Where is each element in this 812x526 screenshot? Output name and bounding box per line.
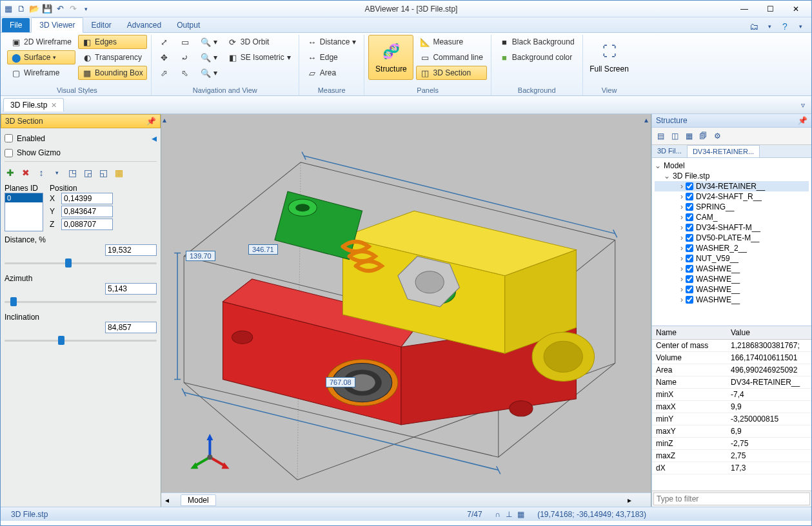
tree-check[interactable]	[686, 203, 693, 211]
style-dd-icon[interactable]: ▾	[764, 21, 775, 32]
stico-4[interactable]: 🗐	[697, 130, 709, 142]
tree-item[interactable]: › WASHWE__	[655, 284, 809, 295]
viewport-3d[interactable]: 139.70 346.71 767.08 ▴ ▴ ◂ Model ▸	[161, 114, 651, 507]
input-y[interactable]	[61, 206, 113, 217]
chevron-right-icon[interactable]: ›	[680, 295, 683, 304]
tree-check[interactable]	[686, 193, 693, 200]
qat-undo-icon[interactable]: ↶	[55, 4, 65, 14]
qat-dropdown-icon[interactable]: ▾	[81, 4, 91, 14]
btn-2d-wireframe[interactable]: ▣2D Wireframe	[7, 35, 75, 49]
tree-check[interactable]	[686, 234, 693, 242]
stico-3[interactable]: ▦	[683, 130, 695, 142]
struct-tab-part[interactable]: DV34-RETAINER...	[687, 145, 760, 157]
chevron-right-icon[interactable]: ›	[680, 275, 683, 284]
tree-item[interactable]: › WASHWE__	[655, 274, 809, 284]
input-azimuth[interactable]	[105, 283, 157, 295]
btn-bounding-box[interactable]: ▦Bounding Box	[78, 66, 147, 80]
chevron-right-icon[interactable]: ›	[680, 202, 683, 211]
status-grid-icon[interactable]: ▦	[517, 510, 524, 519]
slider-distance[interactable]	[5, 257, 157, 269]
qat-redo-icon[interactable]: ↷	[68, 4, 78, 14]
tree-item[interactable]: › DV24-SHAFT_R__	[655, 191, 809, 202]
help-dd-icon[interactable]: ▾	[795, 21, 806, 32]
tree-check[interactable]	[686, 224, 693, 231]
slider-inclination[interactable]	[5, 335, 157, 346]
chevron-right-icon[interactable]: ›	[680, 223, 683, 232]
filter-input[interactable]	[653, 492, 810, 505]
qat-save-icon[interactable]: 💾	[42, 4, 52, 14]
tree-item[interactable]: › CAM_	[655, 212, 809, 222]
vp-tab-model[interactable]: Model	[181, 494, 216, 506]
close-button[interactable]: ✕	[783, 2, 809, 16]
help-icon[interactable]: ?	[779, 21, 791, 32]
doc-close-icon[interactable]: ✕	[51, 101, 57, 110]
btn-cmdline[interactable]: ▭Command line	[416, 50, 486, 64]
input-inclination[interactable]	[105, 322, 157, 333]
vp-scroll-left[interactable]: ◂	[165, 496, 169, 505]
planes-list[interactable]: 0	[5, 193, 43, 231]
qat-open-icon[interactable]: 📂	[29, 4, 39, 14]
btn-3d-section[interactable]: ◫3D Section	[416, 66, 486, 80]
chevron-right-icon[interactable]: ›	[680, 233, 683, 242]
secico-p2[interactable]: ◲	[82, 167, 94, 179]
status-ortho-icon[interactable]: ⊥	[506, 510, 512, 519]
tree-check[interactable]	[686, 275, 693, 283]
nav-rotate[interactable]: ⤾	[176, 50, 194, 64]
qat-new-icon[interactable]: 🗋	[16, 4, 26, 14]
nav-b[interactable]: ⬁	[176, 66, 194, 80]
exp-file[interactable]: ⌄	[664, 171, 670, 180]
tree-item[interactable]: › DV34-SHAFT-M__	[655, 222, 809, 233]
slider-azimuth[interactable]	[5, 296, 157, 307]
chevron-right-icon[interactable]: ›	[680, 244, 683, 253]
btn-structure[interactable]: 🧬 Structure	[368, 35, 413, 80]
secico-add[interactable]: ✚	[5, 167, 16, 179]
vp-scroll-up[interactable]: ▴	[163, 115, 166, 124]
chk-enabled[interactable]	[5, 134, 13, 142]
doc-tab[interactable]: 3D File.stp ✕	[3, 98, 64, 112]
doc-tabs-dd[interactable]: ▿	[801, 101, 809, 110]
status-snap-icon[interactable]: ∩	[495, 510, 501, 519]
chevron-right-icon[interactable]: ›	[680, 285, 683, 294]
input-z[interactable]	[61, 219, 113, 230]
stico-5[interactable]: ⚙	[711, 130, 723, 142]
tree-check[interactable]	[686, 286, 693, 293]
vp-scroll-up-r[interactable]: ▴	[644, 115, 648, 124]
btn-surface[interactable]: ⬤Surface ▾	[7, 50, 75, 64]
nav-zoom-window[interactable]: ▭	[176, 35, 194, 49]
tree-check[interactable]	[686, 213, 693, 221]
btn-measure-panel[interactable]: 📐Measure	[416, 35, 486, 49]
tab-3d-viewer[interactable]: 3D Viewer	[31, 17, 83, 33]
secico-p1[interactable]: ◳	[66, 167, 78, 179]
stico-1[interactable]: ▤	[655, 130, 666, 142]
structure-tree[interactable]: ⌄Model ⌄3D File.stp › DV34-RETAINER__› D…	[652, 158, 811, 326]
btn-edge[interactable]: ↔Edge	[303, 50, 361, 64]
btn-area[interactable]: ▱Area	[303, 66, 361, 80]
tree-item[interactable]: › WASHWE__	[655, 295, 809, 305]
tree-check[interactable]	[686, 182, 693, 190]
secico-axis[interactable]: ↕	[35, 167, 47, 179]
nav-a[interactable]: ⬀	[155, 66, 173, 80]
maximize-button[interactable]: ☐	[757, 2, 783, 16]
chevron-right-icon[interactable]: ›	[680, 264, 683, 273]
section-pin-icon[interactable]: 📌	[146, 117, 156, 126]
chevron-right-icon[interactable]: ›	[680, 213, 683, 222]
secico-p4[interactable]: ▦	[113, 167, 124, 179]
minimize-button[interactable]: —	[731, 2, 757, 16]
input-x[interactable]	[61, 193, 113, 204]
btn-edges[interactable]: ◧Edges	[78, 35, 147, 49]
tab-advanced[interactable]: Advanced	[119, 18, 169, 32]
btn-wireframe[interactable]: ▢Wireframe	[7, 66, 75, 80]
tree-check[interactable]	[686, 296, 693, 304]
tab-editor[interactable]: Editor	[83, 18, 119, 32]
input-distance[interactable]	[105, 244, 157, 256]
btn-se-iso[interactable]: ◧SE Isometric ▾	[224, 50, 295, 64]
nav-zoom[interactable]: 🔍▾	[197, 35, 221, 49]
tree-item[interactable]: › NUT_V59__	[655, 253, 809, 264]
options-icon[interactable]: 🗂	[748, 21, 760, 32]
tab-file[interactable]: File	[2, 18, 30, 32]
structure-pin-icon[interactable]: 📌	[798, 116, 807, 125]
chevron-right-icon[interactable]: ›	[680, 254, 683, 263]
chk-gizmo[interactable]	[5, 149, 13, 157]
chevron-right-icon[interactable]: ›	[680, 192, 683, 201]
tree-check[interactable]	[686, 244, 693, 252]
